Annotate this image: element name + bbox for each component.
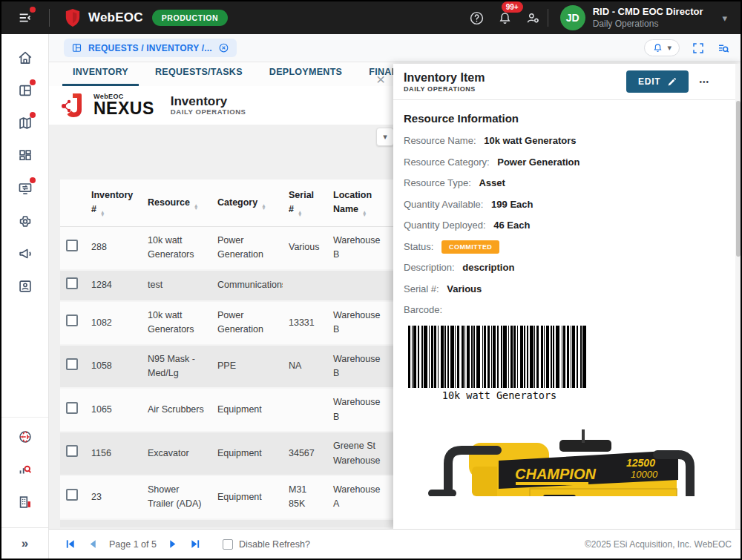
cell-location: Warehouse B [327,226,393,269]
cell-resource: Shower Trailer (ADA) [142,475,211,519]
cell-location: Warehouse B [327,301,393,345]
nav-tab[interactable]: REQUESTS/TASKS [145,61,253,86]
user-settings-icon[interactable] [519,10,548,26]
resource-fields: Resource Name: 10k watt Generators Resou… [404,135,727,231]
status-row: Status: COMMITTED [404,241,727,252]
page-indicator: Page 1 of 5 [109,539,157,550]
disable-refresh-checkbox[interactable] [223,539,233,550]
sidebar-item[interactable] [1,174,48,206]
topbar-divider [548,9,548,27]
sort-icon[interactable] [298,211,302,217]
row-checkbox[interactable] [66,445,78,457]
sidebar-item[interactable] [1,141,48,174]
svg-text:12500: 12500 [626,457,655,469]
sidebar-alert-dot [30,112,36,118]
apps-icon [17,148,33,167]
sidebar-item[interactable] [1,76,48,108]
close-tab-icon[interactable] [218,42,229,53]
table-header-row: Inventory # Resource Category Serial # L… [60,179,395,226]
sidebar-item[interactable] [1,239,48,271]
cell-category: Communications [211,270,283,301]
filter-collapse-button[interactable] [376,128,394,146]
panel-close-icon[interactable] [376,71,385,87]
sidebar-item[interactable] [1,206,48,239]
field-row: Resource Category: Power Generation [404,157,727,168]
nexus-mark-icon [59,90,89,120]
sort-icon[interactable] [100,211,105,217]
status-display-icon [17,180,33,200]
sidebar-item[interactable] [1,271,48,304]
table-row[interactable]: 288 10k watt Generators Power Generation… [60,226,395,269]
first-page-button[interactable] [65,538,76,550]
nav-tab[interactable]: INVENTORY [62,61,139,86]
select-all-header [60,179,85,226]
column-header[interactable]: Category [211,179,283,226]
sort-icon[interactable] [261,204,266,210]
panel-more-menu-icon[interactable] [699,78,709,86]
field-label: Quantity Available: [404,199,483,210]
cell-resource: Air Scrubbers [142,388,211,432]
cell-inventory-number: 1061 [85,519,142,527]
user-menu[interactable]: RID - CMD EOC Director Daily Operations [593,6,703,29]
sidebar-tool-item[interactable] [1,455,48,487]
row-checkbox[interactable] [66,489,78,501]
disable-refresh-label: Disable Refresh? [239,539,310,550]
table-row[interactable]: 1156 Excavator Equipment 34567 Greene St… [60,432,395,475]
cell-inventory-number: 1284 [85,270,142,301]
column-header[interactable]: Serial # [283,179,327,226]
gis-globe-icon [17,429,33,448]
table-row[interactable]: 1082 10k watt Generators Power Generatio… [60,301,395,345]
previous-page-button[interactable] [87,538,98,550]
cell-category: Equipment [211,475,283,519]
cell-category: Equipment [211,388,283,432]
column-header[interactable]: Location Name [327,179,393,226]
table-row[interactable]: 23 Shower Trailer (ADA) Equipment M31 85… [60,475,395,519]
row-checkbox[interactable] [66,277,78,289]
sort-icon[interactable] [194,204,198,210]
next-page-button[interactable] [168,538,179,550]
sidebar-expand-button[interactable] [1,527,48,559]
sidebar-tool-item[interactable] [1,422,48,455]
sidebar-tool-item[interactable] [1,487,48,520]
help-icon[interactable] [463,10,491,26]
panel-scrollbar[interactable] [735,64,741,529]
alerts-dropdown[interactable] [644,39,680,56]
field-row: Serial #: Various [404,283,727,294]
board-icon [71,42,82,53]
fullscreen-icon[interactable] [692,42,705,55]
column-header[interactable]: Inventory # [85,179,142,226]
sidebar-item[interactable] [1,108,48,141]
row-checkbox[interactable] [66,240,78,251]
notifications-bell-icon[interactable]: 99+ [491,10,519,26]
sort-icon[interactable] [362,211,367,217]
generator-image: CHAMPION 12500 10000 [426,421,712,496]
field-label: Serial #: [404,283,439,294]
last-page-button[interactable] [190,538,201,550]
row-checkbox[interactable] [66,314,78,326]
table-row[interactable]: 1061 Shower Trailer (ADA) Equipment A6A … [60,519,395,527]
edit-button[interactable]: EDIT [626,70,689,93]
table-row[interactable]: 1284 test Communications 4 [60,270,395,301]
user-menu-caret-icon[interactable] [722,13,727,24]
app-title: WebEOC [88,10,143,25]
nav-tab[interactable]: DEPLOYMENTS [259,61,352,86]
workspace-tab[interactable]: REQUESTS / INVENTORY /... [64,39,237,57]
pencil-icon [667,77,677,87]
row-checkbox[interactable] [66,402,78,414]
menu-toggle-icon[interactable] [1,10,49,26]
field-label: Description: [404,262,455,273]
scrollbar-thumb[interactable] [736,101,741,257]
workspace-tabstrip: REQUESTS / INVENTORY /... [49,34,741,62]
cell-category: Equipment [211,432,283,475]
table-row[interactable]: 1058 N95 Mask - Med/Lg PPE NA Warehouse … [60,345,395,389]
barcode-row: Barcode: [404,304,727,315]
cell-category: PPE [211,345,283,389]
user-avatar[interactable]: JD [560,5,585,30]
row-checkbox[interactable] [66,358,78,370]
board-search-icon[interactable] [717,42,730,55]
column-header[interactable]: Resource [142,179,211,226]
cell-category: Power Generation [211,226,283,269]
sidebar-item[interactable] [1,43,48,76]
menu-alert-dot [30,7,36,13]
table-row[interactable]: 1065 Air Scrubbers Equipment Warehouse B… [60,388,395,432]
